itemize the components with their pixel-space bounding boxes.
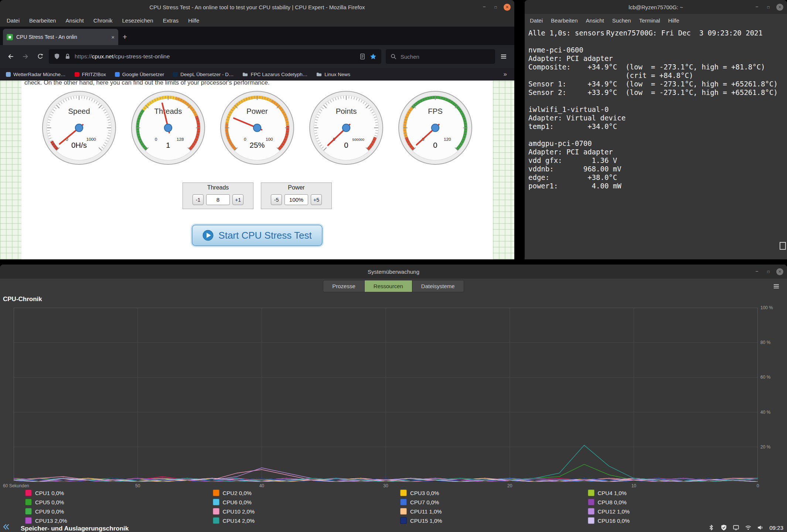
sysmon-toolbar: ProzesseRessourcenDateisysteme (0, 279, 787, 293)
menu-item-bearbeiten[interactable]: Bearbeiten (29, 17, 56, 24)
tracking-shield-icon[interactable] (53, 53, 61, 60)
bookmark-item[interactable]: FPC Lazarus Codetyph… (242, 72, 307, 77)
bookmark-item[interactable]: DeepL Übersetzer - D… (173, 72, 234, 77)
url-domain: cpux.net (92, 53, 114, 59)
terminal-line (528, 37, 783, 46)
legend-item-cpu5: CPU5 0,0% (25, 498, 213, 506)
tab-dateisysteme[interactable]: Dateisysteme (412, 280, 464, 292)
bookmark-item[interactable]: FRITZ!Box (75, 72, 106, 77)
minimize-button[interactable] (753, 268, 760, 275)
folder-icon (242, 72, 248, 77)
tab-ressourcen[interactable]: Ressourcen (365, 280, 412, 292)
firefox-titlebar[interactable]: CPU Stress Test - An online tool to test… (0, 0, 514, 14)
search-input[interactable] (400, 53, 491, 60)
menu-button[interactable] (497, 50, 510, 63)
wifi-icon[interactable] (745, 524, 752, 531)
legend-item-cpu2: CPU2 0,0% (213, 489, 401, 497)
power-input[interactable] (285, 194, 308, 205)
bluetooth-icon[interactable] (708, 524, 715, 531)
minimize-button[interactable] (753, 4, 760, 11)
legend-swatch (400, 499, 407, 505)
menu-item-hilfe[interactable]: Hilfe (188, 17, 199, 24)
volume-icon[interactable] (757, 524, 764, 531)
menu-item-ansicht[interactable]: Ansicht (66, 17, 84, 24)
close-button[interactable] (776, 4, 783, 11)
terminal-line: Adapter: PCI adapter (528, 54, 783, 63)
menu-item-datei[interactable]: Datei (7, 17, 20, 24)
legend-label: CPU9 0,0% (35, 508, 64, 515)
maximize-button[interactable] (765, 4, 772, 11)
clock[interactable]: 09:23 (769, 525, 783, 531)
bookmarks-overflow-button[interactable]: » (504, 71, 508, 78)
menu-item-ansicht[interactable]: Ansicht (586, 17, 604, 24)
browser-tab[interactable]: CPU Stress Test - An onlin × (3, 29, 118, 45)
firewall-shield-icon[interactable] (720, 524, 727, 531)
legend-swatch (400, 508, 407, 515)
search-bar[interactable] (386, 49, 495, 64)
terminal-line: Sensor 2: +33.9°C (low = -273.1°C, high … (528, 88, 783, 97)
bookmark-item[interactable]: Linux News (316, 72, 350, 77)
power-increment-button[interactable]: +5 (311, 194, 322, 205)
legend-swatch (588, 517, 594, 524)
menu-item-suchen[interactable]: Suchen (612, 17, 631, 24)
menu-item-bearbeiten[interactable]: Bearbeiten (551, 17, 578, 24)
legend-swatch (213, 499, 219, 505)
threads-control-row: -1 +1 (183, 192, 253, 209)
memory-history-title: Speicher- und Auslagerungschronik (21, 525, 129, 532)
menu-item-terminal[interactable]: Terminal (639, 17, 660, 24)
menu-item-datei[interactable]: Datei (530, 17, 543, 24)
gauge-value: 0 (433, 141, 437, 149)
legend-label: CPU3 0,0% (410, 490, 439, 496)
forward-button[interactable] (19, 50, 32, 63)
reader-mode-icon[interactable] (359, 53, 366, 60)
bookmark-label: FPC Lazarus Codetyph… (251, 72, 307, 77)
legend-label: CPU12 1,0% (598, 508, 630, 515)
gauge-value: 0 (344, 141, 348, 149)
lock-icon[interactable] (64, 53, 71, 60)
legend-item-cpu15: CPU15 1,0% (400, 516, 588, 525)
bookmark-label: WetterRadar Münche… (13, 72, 66, 77)
minimize-button[interactable] (481, 4, 488, 11)
legend-swatch (25, 499, 32, 505)
gauge-row: Speed010000H/sThreads01281Power010025%Po… (21, 90, 493, 166)
panel-corner-button[interactable] (1, 522, 10, 531)
tab-close-button[interactable]: × (111, 34, 115, 40)
legend-label: CPU5 0,0% (35, 499, 64, 505)
terminal-window: lcb@Ryzen75700G: ~ DateiBearbeitenAnsich… (525, 0, 787, 259)
start-stress-test-button[interactable]: Start CPU Stress Test (192, 225, 323, 246)
stress-controls: Threads -1 +1 Power -5 +5 (0, 183, 514, 209)
y-axis-label: 100 % (760, 305, 773, 310)
power-decrement-button[interactable]: -5 (271, 194, 282, 205)
threads-decrement-button[interactable]: -1 (193, 194, 204, 205)
terminal-titlebar[interactable]: lcb@Ryzen75700G: ~ (525, 0, 787, 14)
reload-button[interactable] (34, 50, 47, 63)
svg-text:0: 0 (155, 137, 157, 141)
panel-window-icon[interactable] (733, 524, 739, 531)
menu-item-hilfe[interactable]: Hilfe (668, 17, 679, 24)
svg-text:128: 128 (177, 137, 184, 141)
maximize-button[interactable] (492, 4, 499, 11)
maximize-button[interactable] (765, 268, 772, 275)
new-tab-button[interactable]: + (118, 29, 132, 45)
bookmark-star-icon[interactable] (369, 53, 377, 60)
legend-item-cpu16: CPU16 0,0% (588, 516, 776, 525)
tab-prozesse[interactable]: Prozesse (323, 280, 365, 292)
bookmark-item[interactable]: Google Übersetzer (115, 72, 164, 77)
menu-item-extras[interactable]: Extras (163, 17, 179, 24)
terminal-resize-grip[interactable] (780, 242, 786, 250)
sysmon-titlebar[interactable]: Systemüberwachung (0, 265, 787, 279)
close-button[interactable] (504, 4, 511, 11)
threads-input[interactable] (206, 194, 230, 205)
url-bar[interactable]: https://cpux.net/cpu-stress-test-online (49, 49, 381, 64)
bookmark-item[interactable]: WetterRadar Münche… (6, 72, 66, 77)
terminal-output[interactable]: Alle 1,0s: sensors Ryzen75700G: Fri Dec … (525, 27, 787, 259)
menu-item-lesezeichen[interactable]: Lesezeichen (122, 17, 153, 24)
back-button[interactable] (4, 50, 17, 63)
close-button[interactable] (776, 268, 783, 275)
terminal-line: vddnb: 968.00 mV (528, 165, 783, 173)
sysmon-menu-button[interactable] (771, 281, 782, 291)
threads-increment-button[interactable]: +1 (232, 194, 243, 205)
threads-control: Threads -1 +1 (183, 183, 253, 209)
url-text[interactable]: https://cpux.net/cpu-stress-test-online (75, 53, 355, 60)
menu-item-chronik[interactable]: Chronik (93, 17, 113, 24)
